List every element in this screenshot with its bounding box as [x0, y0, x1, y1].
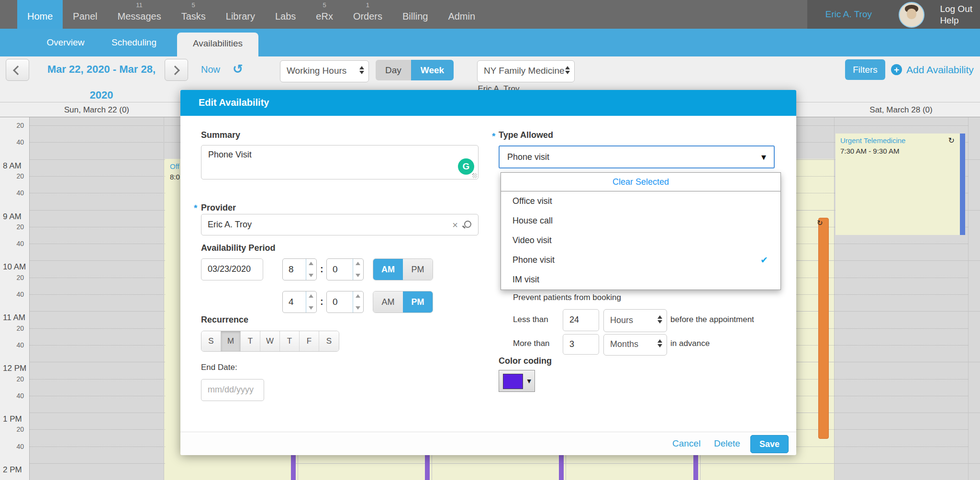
start-minute-stepper[interactable]: 0 — [326, 258, 364, 280]
next-week-button[interactable] — [165, 59, 188, 81]
chevron-right-icon — [170, 66, 180, 75]
more-than-value-input[interactable]: 3 — [563, 334, 599, 355]
end-pm-button[interactable]: PM — [403, 291, 433, 313]
cancel-button[interactable]: Cancel — [672, 432, 701, 455]
time-label: 40 — [0, 392, 24, 400]
nav-item-label: Panel — [73, 0, 97, 33]
stepper-down-button[interactable] — [306, 302, 316, 313]
recurrence-day-3[interactable]: W — [260, 331, 280, 351]
grid-right-border — [968, 117, 969, 480]
nav-item-tasks[interactable]: 5Tasks — [171, 0, 216, 29]
nav-item-orders[interactable]: 1Orders — [343, 0, 392, 29]
start-am-button[interactable]: AM — [373, 259, 403, 280]
delete-button[interactable]: Delete — [714, 432, 740, 455]
less-than-value-input[interactable]: 24 — [563, 309, 599, 331]
select-arrows-icon — [657, 315, 662, 324]
nav-item-messages[interactable]: 11Messages — [108, 0, 171, 29]
stepper-up-button[interactable] — [353, 291, 363, 302]
dropdown-options: Office visitHouse callVideo visitPhone v… — [501, 191, 780, 290]
recurrence-day-6[interactable]: S — [319, 331, 339, 351]
modal-header: Edit Availability — [180, 90, 796, 116]
clear-selected-option[interactable]: Clear Selected — [501, 173, 780, 191]
stepper-down-button[interactable] — [353, 302, 363, 313]
tab-availabilities[interactable]: Availabilities — [177, 33, 258, 56]
day-week-toggle: Day Week — [376, 60, 454, 80]
nav-item-billing[interactable]: Billing — [392, 0, 438, 29]
column-separator — [164, 117, 164, 480]
stepper-down-button[interactable] — [306, 269, 316, 280]
nav-item-panel[interactable]: Panel — [63, 0, 107, 29]
recurrence-label: Recurrence — [201, 315, 248, 325]
save-button[interactable]: Save — [750, 435, 789, 453]
time-label: 20 — [0, 223, 24, 231]
summary-textarea[interactable]: Phone Visit G — [201, 145, 479, 179]
nav-item-admin[interactable]: Admin — [438, 0, 485, 29]
week-toggle-button[interactable]: Week — [411, 60, 454, 80]
nav-items: HomePanel11Messages5TasksLibraryLabs5eRx… — [17, 0, 485, 29]
clear-icon[interactable]: × — [452, 214, 458, 235]
nav-session-links: Log Out Help — [940, 3, 972, 26]
now-link[interactable]: Now — [201, 56, 220, 82]
tab-scheduling[interactable]: Scheduling — [93, 29, 175, 56]
end-date-input[interactable]: mm/dd/yyyy — [201, 379, 264, 401]
start-date-input[interactable]: 03/23/2020 — [201, 258, 263, 280]
color-picker-button[interactable]: ▼ — [499, 370, 535, 392]
grammarly-icon[interactable]: G — [458, 158, 474, 175]
stepper-up-button[interactable] — [306, 259, 316, 269]
end-am-button[interactable]: AM — [373, 291, 403, 313]
recurrence-day-1[interactable]: M — [221, 331, 241, 351]
recurrence-day-2[interactable]: T — [241, 331, 260, 351]
time-label: 40 — [0, 341, 24, 349]
start-hour-stepper[interactable]: 8 — [282, 258, 317, 280]
day-column-0[interactable] — [30, 117, 164, 480]
recurrence-day-5[interactable]: F — [300, 331, 319, 351]
dropdown-option-im-visit[interactable]: IM visit — [501, 270, 780, 290]
filters-button[interactable]: Filters — [845, 59, 885, 80]
stepper-up-button[interactable] — [353, 259, 363, 269]
prev-week-button[interactable] — [6, 59, 29, 81]
type-allowed-select[interactable]: Phone visit ▼ — [499, 145, 775, 168]
nav-item-label: Library — [226, 0, 255, 33]
dropdown-option-phone-visit[interactable]: Phone visit✔ — [501, 250, 780, 270]
more-than-unit-select[interactable]: Months — [603, 334, 667, 356]
stepper-arrows — [353, 291, 363, 313]
modal-title: Edit Availability — [199, 97, 269, 108]
end-date-label: End Date: — [201, 363, 237, 372]
logout-link[interactable]: Log Out — [940, 3, 972, 15]
nav-item-library[interactable]: Library — [216, 0, 265, 29]
dropdown-option-video-visit[interactable]: Video visit — [501, 231, 780, 250]
recurrence-day-0[interactable]: S — [201, 331, 221, 351]
user-avatar[interactable] — [899, 2, 924, 28]
recurrence-day-4[interactable]: T — [280, 331, 300, 351]
time-label: 20 — [0, 375, 24, 383]
time-label: 8 AM — [3, 161, 22, 171]
resize-handle-icon[interactable] — [472, 173, 477, 178]
day-toggle-button[interactable]: Day — [376, 60, 411, 80]
practice-select[interactable]: NY Family Medicine — [477, 60, 575, 82]
time-label: 12 PM — [3, 364, 26, 373]
recurrence-day-buttons: SMTWTFS — [201, 331, 339, 352]
dropdown-option-office-visit[interactable]: Office visit — [501, 191, 780, 211]
refresh-icon[interactable]: ↺ — [233, 56, 243, 82]
end-minute-stepper[interactable]: 0 — [326, 291, 364, 313]
search-icon[interactable] — [464, 221, 471, 228]
color-swatch — [503, 374, 523, 389]
stepper-up-button[interactable] — [306, 291, 316, 302]
dropdown-option-house-call[interactable]: House call — [501, 211, 780, 231]
stepper-down-button[interactable] — [353, 269, 363, 280]
less-than-unit-select[interactable]: Hours — [603, 309, 667, 332]
end-hour-stepper[interactable]: 4 — [282, 291, 317, 313]
nav-user-name[interactable]: Eric A. Troy — [825, 0, 872, 29]
provider-input[interactable]: Eric A. Troy × — [201, 214, 479, 235]
start-pm-button[interactable]: PM — [403, 259, 433, 280]
help-link[interactable]: Help — [940, 15, 972, 26]
nav-item-erx[interactable]: 5eRx — [306, 0, 343, 29]
add-availability-button[interactable]: + Add Availability — [891, 59, 974, 80]
view-filter-select[interactable]: Working Hours — [280, 60, 369, 82]
urgent-telemedicine-event[interactable]: Urgent Telemedicine 7:30 AM - 9:30 AM ↻ — [835, 134, 965, 235]
nav-item-labs[interactable]: Labs — [265, 0, 306, 29]
nav-item-home[interactable]: Home — [17, 0, 63, 29]
column-separator — [834, 117, 835, 480]
availability-event-orange-bar[interactable] — [818, 218, 829, 439]
add-icon: + — [891, 64, 902, 75]
